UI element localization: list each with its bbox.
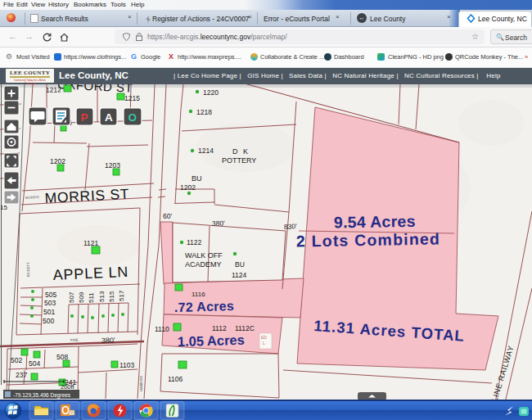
svg-text:APPLE LN: APPLE LN: [52, 264, 128, 283]
svg-text:830': 830': [284, 222, 298, 231]
svg-text:515: 515: [108, 291, 115, 302]
svg-text:1103: 1103: [119, 361, 135, 369]
svg-text:1121: 1121: [83, 239, 99, 247]
svg-text:ED: ED: [261, 335, 267, 340]
svg-text:L: L: [263, 341, 265, 345]
svg-text:9.54 Acres: 9.54 Acres: [334, 212, 416, 232]
svg-text:D K: D K: [232, 147, 250, 156]
svg-text:BU: BU: [192, 174, 202, 183]
svg-text:1124: 1124: [232, 271, 247, 279]
svg-text:1215: 1215: [124, 94, 140, 102]
svg-text:513: 513: [98, 291, 106, 302]
svg-text:507: 507: [68, 291, 75, 303]
svg-text:1202: 1202: [50, 157, 65, 165]
svg-text:1202: 1202: [180, 183, 196, 192]
svg-text:1122: 1122: [187, 238, 202, 246]
svg-text:1203: 1203: [105, 161, 120, 169]
svg-text:1106: 1106: [168, 375, 183, 383]
svg-text:500: 500: [43, 317, 54, 325]
svg-text:.72 Acres: .72 Acres: [174, 299, 235, 314]
svg-text:1214: 1214: [198, 147, 214, 155]
svg-text:1116: 1116: [192, 291, 205, 298]
svg-text:ACADEMY: ACADEMY: [185, 260, 222, 269]
svg-text:BU: BU: [235, 260, 245, 269]
svg-text:1112: 1112: [212, 324, 227, 332]
svg-text:502: 502: [11, 356, 22, 364]
svg-text:380': 380': [101, 336, 115, 345]
svg-text:MORRIS: MORRIS: [25, 195, 39, 200]
svg-text:1212: 1212: [46, 85, 62, 94]
svg-text:200ft: 200ft: [61, 383, 75, 391]
svg-text:517: 517: [118, 290, 125, 301]
svg-text:380': 380': [212, 219, 226, 228]
svg-text:503: 503: [44, 299, 56, 307]
svg-text:505: 505: [45, 291, 56, 299]
svg-text:237: 237: [16, 371, 27, 379]
svg-text:O: O: [128, 111, 138, 124]
svg-text:504: 504: [29, 359, 40, 368]
svg-text:POTTERY: POTTERY: [222, 156, 256, 165]
svg-text:15: 15: [0, 204, 7, 211]
svg-text:A: A: [105, 111, 113, 124]
svg-text:60': 60': [163, 212, 172, 220]
svg-text:2 Lots Combined: 2 Lots Combined: [296, 229, 441, 250]
svg-text:P: P: [81, 111, 88, 124]
svg-text:508: 508: [56, 353, 68, 361]
svg-text:511: 511: [88, 292, 95, 303]
svg-text:1220: 1220: [203, 88, 219, 97]
svg-text:1112C: 1112C: [235, 324, 255, 332]
svg-text:1218: 1218: [196, 108, 212, 116]
svg-text:-79.129,35.496 Degrees: -79.129,35.496 Degrees: [13, 392, 71, 399]
svg-text:509: 509: [78, 291, 85, 303]
svg-text:1110: 1110: [155, 325, 169, 333]
svg-text:PINE: PINE: [70, 338, 79, 342]
svg-text:HAWKINS: HAWKINS: [139, 375, 143, 391]
svg-text:1.05 Acres: 1.05 Acres: [178, 332, 245, 349]
svg-text:BICKETT: BICKETT: [26, 262, 30, 277]
svg-text:WALK OFF: WALK OFF: [185, 251, 223, 260]
svg-text:501: 501: [43, 308, 55, 316]
